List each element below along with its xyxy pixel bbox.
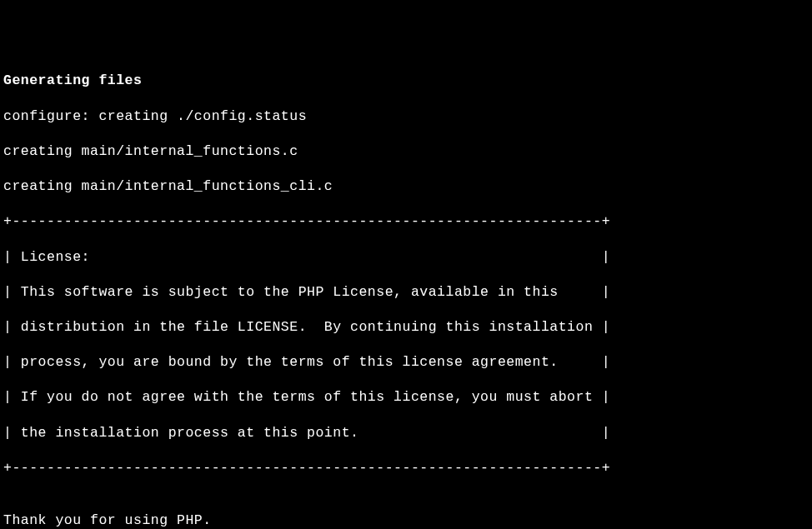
license-box-line: | If you do not agree with the terms of … <box>3 388 809 406</box>
heading-generating-files: Generating files <box>3 72 809 89</box>
license-box-line: | process, you are bound by the terms of… <box>3 353 809 371</box>
output-line: creating main/internal_functions_cli.c <box>3 177 809 195</box>
license-box-line: | This software is subject to the PHP Li… <box>3 283 809 301</box>
license-box-line: | License: | <box>3 248 809 266</box>
output-line: configure: creating ./config.status <box>3 107 809 125</box>
license-box-border-top: +---------------------------------------… <box>3 212 809 230</box>
license-box-border-bottom: +---------------------------------------… <box>3 459 809 477</box>
output-line: creating main/internal_functions.c <box>3 142 809 160</box>
thank-you-line: Thank you for using PHP. <box>3 512 809 529</box>
license-box-line: | the installation process at this point… <box>3 424 809 442</box>
license-box-line: | distribution in the file LICENSE. By c… <box>3 318 809 336</box>
